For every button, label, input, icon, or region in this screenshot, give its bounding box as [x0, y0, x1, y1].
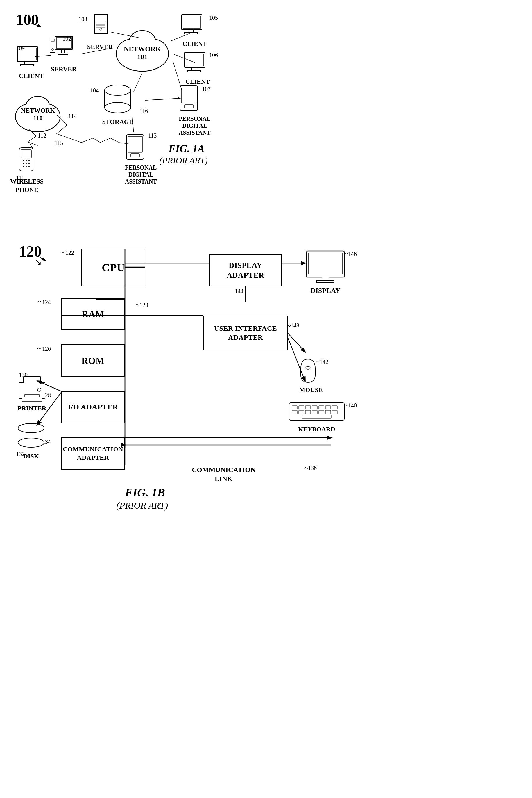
- ref140-tilde: ~: [344, 401, 348, 409]
- ref132: 132: [16, 451, 25, 457]
- keyboard-icon: KEYBOARD: [288, 401, 346, 433]
- svg-point-47: [23, 166, 24, 167]
- ui-adapter-box: USER INTERFACEADAPTER: [203, 315, 288, 350]
- svg-point-48: [25, 166, 27, 167]
- ref136: 136: [308, 465, 317, 471]
- ref146-tilde: ~: [344, 250, 348, 258]
- pda113-icon: PERSONALDIGITALASSISTANT: [125, 133, 157, 185]
- io-adapter-box: I/O ADAPTER: [61, 391, 125, 423]
- svg-rect-4: [96, 27, 105, 28]
- svg-point-45: [25, 163, 27, 164]
- ref114: 114: [68, 113, 77, 120]
- network110-cloud: NETWORK110: [11, 94, 65, 135]
- ref142-tilde: ~: [316, 358, 320, 366]
- client105-icon: [180, 13, 206, 39]
- client109-label: CLIENT: [19, 72, 43, 80]
- fig1b-title: FIG. 1B: [125, 486, 165, 499]
- client106-icon: [183, 51, 209, 77]
- svg-rect-15: [20, 65, 33, 66]
- svg-point-41: [23, 160, 24, 161]
- phone111-label: WIRELESSPHONE: [10, 177, 43, 194]
- svg-line-58: [145, 98, 180, 100]
- svg-point-42: [25, 160, 27, 161]
- ref112: 112: [38, 132, 46, 139]
- ref104: 104: [90, 87, 99, 94]
- ref124: 124: [42, 299, 51, 306]
- svg-line-110: [288, 333, 305, 352]
- svg-rect-20: [185, 52, 205, 68]
- svg-rect-61: [306, 251, 344, 277]
- server103-label: SERVER: [87, 43, 113, 51]
- fig1b-subtitle: (PRIOR ART): [116, 500, 168, 511]
- ref106: 106: [209, 52, 218, 58]
- ref122-tilde: ~: [60, 249, 64, 256]
- ref115: 115: [55, 140, 63, 146]
- svg-rect-63: [322, 277, 329, 280]
- ref146: 146: [348, 251, 357, 257]
- ref103: 103: [78, 16, 87, 23]
- svg-rect-30: [180, 86, 197, 110]
- svg-rect-23: [187, 70, 201, 72]
- comm-link-label: COMMUNICATIONLINK: [192, 465, 256, 483]
- svg-rect-86: [25, 395, 39, 397]
- network101-cloud: NETWORK101: [110, 29, 174, 76]
- rom-box: ROM: [61, 345, 125, 377]
- fig1a-subtitle: (PRIOR ART): [159, 156, 208, 165]
- svg-point-28: [104, 102, 131, 113]
- ref122: 122: [65, 250, 74, 256]
- printer-icon: PRINTER: [16, 374, 48, 412]
- svg-point-29: [104, 85, 131, 95]
- svg-rect-3: [96, 24, 105, 25]
- svg-line-57: [145, 98, 180, 100]
- ref116: 116: [139, 108, 148, 114]
- svg-point-46: [28, 163, 30, 164]
- ref126-tilde: ~: [37, 345, 41, 352]
- svg-rect-14: [25, 62, 29, 65]
- phone111-icon: [17, 143, 36, 176]
- svg-rect-34: [127, 135, 144, 159]
- svg-rect-22: [192, 68, 196, 70]
- comm-adapter-box: COMMUNICATIONADAPTER: [61, 438, 125, 470]
- svg-point-92: [18, 438, 44, 447]
- svg-point-44: [23, 163, 24, 164]
- server102-label: SERVER: [51, 66, 76, 73]
- ref142: 142: [320, 359, 328, 365]
- fig1a-title: FIG. 1A: [169, 143, 205, 155]
- svg-point-49: [28, 166, 30, 167]
- ref123-tilde: ~: [136, 301, 139, 309]
- svg-rect-19: [185, 33, 197, 34]
- ref130: 130: [19, 371, 27, 378]
- ref111: 111: [16, 175, 24, 181]
- svg-rect-8: [58, 53, 68, 54]
- display-adapter-box: DISPLAYADAPTER: [209, 254, 282, 287]
- svg-rect-64: [317, 280, 334, 283]
- ref148: 148: [290, 322, 299, 329]
- ref148-tilde: ~: [287, 322, 291, 330]
- ref123: 123: [139, 302, 148, 309]
- ref105: 105: [209, 15, 218, 21]
- fig1b-arrow-label: ↘: [35, 257, 41, 267]
- client105-label: CLIENT: [183, 40, 207, 48]
- ref113: 113: [148, 132, 157, 139]
- svg-rect-16: [182, 15, 202, 30]
- ref140: 140: [348, 402, 357, 409]
- ref109: 109: [16, 45, 25, 52]
- ref144: 144: [235, 288, 244, 295]
- svg-rect-85: [22, 397, 42, 401]
- svg-point-93: [18, 423, 44, 433]
- ref136-tilde: ~: [304, 464, 308, 472]
- svg-rect-18: [189, 30, 193, 33]
- display-icon: DISPLAY: [305, 250, 346, 295]
- svg-rect-7: [62, 50, 64, 53]
- cpu-box: CPU: [81, 249, 145, 287]
- ref107: 107: [202, 86, 211, 92]
- ref124-tilde: ~: [37, 298, 41, 306]
- svg-point-43: [28, 160, 30, 161]
- ref126: 126: [42, 345, 51, 352]
- svg-rect-39: [19, 148, 33, 171]
- ref102: 102: [62, 35, 71, 42]
- fig1a-num: 100: [16, 11, 39, 28]
- storage104-icon: STORAGE: [102, 84, 134, 126]
- page: 100 FIG. 1A (PRIOR ART) SERVER 103: [0, 0, 532, 798]
- svg-rect-0: [94, 15, 108, 33]
